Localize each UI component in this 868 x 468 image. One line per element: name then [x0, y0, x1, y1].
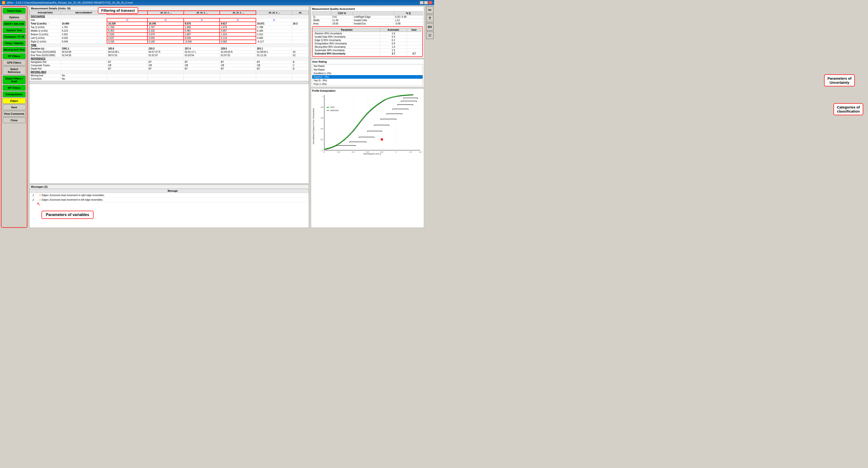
- col-3: _08_20_0_...: [184, 11, 220, 14]
- warning-icon-1: ⚠: [38, 194, 41, 197]
- time-header: TIME: [30, 43, 309, 47]
- table-row: Moving-Bed 95% Uncertainty 1.0: [314, 46, 422, 49]
- help-icon-btn[interactable]: ?: [426, 14, 434, 22]
- wt-filters-btn[interactable]: WT Filters: [3, 85, 26, 91]
- use-check-2[interactable]: ☑: [148, 18, 184, 22]
- messages-table: Message 1 ⚠ Edges: Excessive boat moveme…: [30, 189, 309, 202]
- profile-extrapolation-panel: Profile Extrapolation Normalized Distanc…: [311, 88, 424, 228]
- table-row: Navigation Ref BT BT BT BT BT B: [30, 60, 309, 64]
- col-empty2: [353, 11, 394, 16]
- col-2: _08_20_0_...: [148, 11, 184, 14]
- svg-text:Selected: Selected: [330, 109, 338, 112]
- msg-col-message: Message: [37, 189, 309, 193]
- moving-bed-header: MOVING-BED: [30, 70, 309, 74]
- mqa-cov-table: COV % % Q Q: 3.41 Left/Right Edge: 0.26 …: [312, 11, 423, 25]
- select-reference-btn[interactable]: Select Reference: [3, 66, 26, 75]
- use-check-5[interactable]: ☑: [256, 18, 292, 22]
- window-title: QRev - 3.43 C:\Users\Daniela\Desktop\Rio…: [7, 1, 133, 4]
- warning-icon-2: ⚠: [38, 198, 41, 201]
- edi-icon-btn[interactable]: EDI: [426, 23, 434, 31]
- depth-filters-btn[interactable]: Depth Filters / Draft: [3, 76, 26, 84]
- use-check-3[interactable]: ☑: [184, 18, 220, 22]
- profile-extrapolation-chart: Normalized Distance from Streambed Norma…: [312, 93, 423, 160]
- svg-text:1.2: 1.2: [409, 151, 412, 153]
- edges-btn[interactable]: Edges: [3, 98, 26, 104]
- table-row: Top Q (m3/s) 1.762 1.768 1.797 1.696 1.6…: [30, 25, 309, 29]
- col-parameters: PARAMETERS: [30, 11, 61, 14]
- table-row: Invalid Data 95% Uncertainty 0.3: [314, 35, 422, 39]
- rating-poor[interactable]: Poor (> 8%): [312, 82, 423, 86]
- table-row: Correction No: [30, 77, 309, 81]
- col-cov: COV %: [331, 11, 353, 16]
- right-panel: Measurement Quality Assessment COV % % Q…: [310, 5, 425, 229]
- msg-text-1: Edges: Excessive boat movement in right …: [42, 194, 104, 197]
- user-rating-header: User Rating: [312, 60, 423, 63]
- center-panel: Filtering of transect Measurement Detail…: [28, 5, 310, 229]
- messages-panel: Messages (2) Message 1 ⚠ Edges: Excessiv…: [29, 184, 309, 228]
- rating-good[interactable]: Good (2 - 5%): [312, 75, 423, 79]
- table-row: Total Q (m3/s) → 10.060 10.339 10.345 9.…: [30, 22, 309, 25]
- use-check-1[interactable]: ☑: [107, 18, 148, 22]
- gps-filters-btn[interactable]: GPS Filters: [3, 60, 26, 65]
- params-arrow: ↖: [37, 201, 41, 207]
- table-row: Composite Tracks Off Off Off Off Off C: [30, 64, 309, 67]
- table-row: Right Q (m3/s) 0.048 0.156 0.100 -0.046 …: [30, 40, 309, 43]
- col-param: Parameter: [314, 28, 380, 32]
- mqa-panel: Measurement Quality Assessment COV % % Q…: [311, 6, 424, 58]
- title-bar: Q QRev - 3.43 C:\Users\Daniela\Desktop\R…: [0, 0, 434, 5]
- bt-filters-btn[interactable]: BT Filters: [3, 53, 26, 59]
- horizontal-scrollbar[interactable]: [30, 81, 309, 84]
- col-pq: % Q: [394, 11, 423, 16]
- moving-bed-btn[interactable]: Moving-bed Test: [3, 47, 26, 53]
- svg-text:0.4: 0.4: [321, 128, 323, 130]
- uncertainty-table: Parameter Automatic User Random 95% Unce…: [313, 28, 422, 55]
- table-row: Left Q (m3/s) 0.026 0.037 0.050 0.046 0.…: [30, 36, 309, 40]
- table-row: Depth Ref BT BT BT BT BT B: [30, 67, 309, 70]
- list-item: 1 ⚠ Edges: Excessive boat movement in ri…: [30, 193, 309, 198]
- temp-salinity-btn[interactable]: Temp / Salinity: [3, 40, 26, 46]
- table-row: Duration (s) → 3391.1 183.6 210.2 157.4 …: [30, 47, 309, 50]
- msg-num-2: 2: [30, 198, 37, 202]
- system-test-btn[interactable]: System Test: [3, 27, 26, 33]
- adcp-site-btn[interactable]: ADCP / Site Info: [3, 21, 26, 27]
- compass-btn[interactable]: Compass / P / R: [3, 34, 26, 39]
- check-icon-btn[interactable]: ☑: [426, 31, 434, 39]
- svg-text:0.8: 0.8: [321, 106, 323, 108]
- table-row: Start Time (01/01/2000) 00:53:58 00:53:5…: [30, 50, 309, 54]
- maximize-button[interactable]: □: [424, 1, 428, 4]
- rating-not-rated-2[interactable]: Not Rated: [312, 68, 423, 71]
- window-controls: − □ ×: [420, 1, 432, 4]
- rating-not-rated-1[interactable]: Not Rated: [312, 64, 423, 68]
- svg-text:1.4: 1.4: [419, 151, 422, 153]
- table-row: Middle Q (m3/s) 6.223 6.353 6.320 5.981 …: [30, 29, 309, 33]
- svg-text:1: 1: [322, 95, 323, 97]
- table-row: Bottom Q (m3/s) 2.001 2.026 2.079 1.897 …: [30, 33, 309, 36]
- meas-table: PARAMETERS MEASUREMENT _08_20_0_000 _08_…: [30, 10, 309, 81]
- user-rating-panel: User Rating Not Rated Not Rated Excellen…: [311, 59, 424, 87]
- view-comments-btn[interactable]: View Comments: [3, 111, 26, 117]
- reference-header: REFERENCE: [30, 57, 309, 60]
- discharge-header: DISCHARGE: [30, 14, 309, 18]
- close-window-button[interactable]: ×: [428, 1, 432, 4]
- rating-fair[interactable]: Fair (5 - 8%): [312, 79, 423, 82]
- close-btn[interactable]: Close: [3, 117, 26, 123]
- svg-text:0: 0: [322, 149, 323, 151]
- svg-text:0.8: 0.8: [380, 151, 383, 153]
- options-btn[interactable]: Options: [3, 14, 26, 20]
- extrapolation-btn[interactable]: Extrapolation: [3, 91, 26, 97]
- svg-text:Auto: Auto: [330, 106, 335, 108]
- app-icon: Q: [2, 1, 5, 4]
- measurement-details-panel: Measurement Details (Units: SI) PARAMETE…: [29, 6, 309, 184]
- svg-text:0: 0: [324, 151, 325, 153]
- select-data-btn[interactable]: Select Data: [3, 8, 26, 14]
- edit-icon-btn[interactable]: ✏: [426, 6, 434, 14]
- meas-table-wrapper[interactable]: PARAMETERS MEASUREMENT _08_20_0_000 _08_…: [30, 10, 309, 92]
- data-point: [381, 138, 383, 141]
- table-row: Systematic 68% Uncertainty 1.5: [314, 49, 422, 52]
- minimize-button[interactable]: −: [420, 1, 424, 4]
- svg-text:0.2: 0.2: [321, 139, 323, 141]
- use-check-4[interactable]: ☑: [220, 18, 256, 22]
- svg-text:0.2: 0.2: [337, 151, 340, 153]
- rating-excellent[interactable]: Excellent (< 2%): [312, 71, 423, 75]
- save-btn[interactable]: Save: [3, 105, 26, 110]
